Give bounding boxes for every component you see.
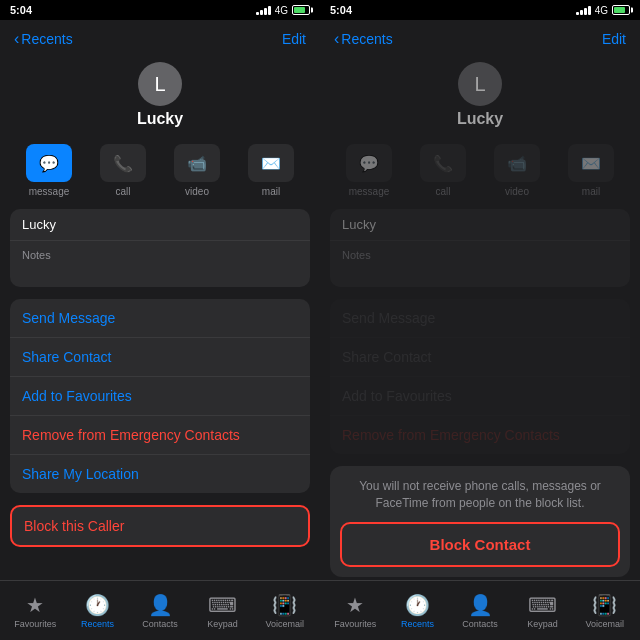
mail-label-right: mail [582,186,600,197]
contacts-label-left: Contacts [142,619,178,629]
battery-right [612,5,630,15]
video-icon-left: 📹 [174,144,220,182]
tab-voicemail-left[interactable]: 📳 Voicemail [254,593,316,629]
action-list-left: Send Message Share Contact Add to Favour… [10,299,310,493]
tab-favourites-right[interactable]: ★ Favourites [324,593,386,629]
call-icon-left: 📞 [100,144,146,182]
avatar-left: L [138,62,182,106]
name-row-left: Lucky [10,209,310,241]
contacts-icon-left: 👤 [148,593,173,617]
notes-label-right: Notes [342,249,618,261]
tab-contacts-right[interactable]: 👤 Contacts [449,593,511,629]
signal-bars-left [256,6,271,15]
tab-voicemail-right[interactable]: 📳 Voicemail [574,593,636,629]
message-icon-right: 💬 [346,144,392,182]
message-label-left: message [29,186,70,197]
contact-header-left: L Lucky [0,58,320,138]
network-right: 4G [595,5,608,16]
tab-bar-right: ★ Favourites 🕐 Recents 👤 Contacts ⌨ Keyp… [320,580,640,640]
time-left: 5:04 [10,4,32,16]
tab-keypad-left[interactable]: ⌨ Keypad [191,593,253,629]
status-bar-left: 5:04 4G [0,0,320,20]
notes-row-right: Notes [330,241,630,287]
recents-icon-right: 🕐 [405,593,430,617]
status-indicators-right: 4G [576,5,630,16]
tab-favourites-left[interactable]: ★ Favourites [4,593,66,629]
message-icon-left: 💬 [26,144,72,182]
signal-bars-right [576,6,591,15]
add-favourites-item-left[interactable]: Add to Favourites [10,377,310,416]
back-label-right: Recents [341,31,392,47]
block-caller-label-left: Block this Caller [24,518,124,534]
tab-keypad-right[interactable]: ⌨ Keypad [511,593,573,629]
name-row-right: Lucky [330,209,630,241]
tab-contacts-left[interactable]: 👤 Contacts [129,593,191,629]
mail-button-left[interactable]: ✉️ mail [240,144,302,197]
edit-button-left[interactable]: Edit [282,31,306,47]
back-label-left: Recents [21,31,72,47]
avatar-right: L [458,62,502,106]
keypad-icon-right: ⌨ [528,593,557,617]
tab-recents-right[interactable]: 🕐 Recents [386,593,448,629]
left-screen: 5:04 4G ‹ Recents Edit L Lucky [0,0,320,640]
contact-header-right: L Lucky [320,58,640,138]
notes-row-left[interactable]: Notes [10,241,310,287]
network-left: 4G [275,5,288,16]
back-chevron-left: ‹ [14,31,19,47]
keypad-label-left: Keypad [207,619,238,629]
share-contact-item-left[interactable]: Share Contact [10,338,310,377]
action-buttons-right: 💬 message 📞 call 📹 video ✉️ mail [320,138,640,203]
back-chevron-right: ‹ [334,31,339,47]
tab-recents-left[interactable]: 🕐 Recents [66,593,128,629]
info-section-left: Lucky Notes [10,209,310,287]
remove-emergency-item-left[interactable]: Remove from Emergency Contacts [10,416,310,455]
call-label-left: call [115,186,130,197]
video-icon-right: 📹 [494,144,540,182]
voicemail-label-right: Voicemail [586,619,625,629]
share-contact-item-right: Share Contact [330,338,630,377]
add-favourites-item-right: Add to Favourites [330,377,630,416]
favourites-icon-right: ★ [346,593,364,617]
recents-label-right: Recents [401,619,434,629]
action-buttons-left: 💬 message 📞 call 📹 video ✉️ mail [0,138,320,203]
contact-name-right: Lucky [457,110,503,128]
message-button-right: 💬 message [338,144,400,197]
nav-bar-right: ‹ Recents Edit [320,20,640,58]
contacts-icon-right: 👤 [468,593,493,617]
action-list-right: Send Message Share Contact Add to Favour… [330,299,630,454]
voicemail-icon-left: 📳 [272,593,297,617]
video-button-right: 📹 video [486,144,548,197]
message-button-left[interactable]: 💬 message [18,144,80,197]
recents-label-left: Recents [81,619,114,629]
mail-icon-right: ✉️ [568,144,614,182]
back-button-left[interactable]: ‹ Recents [14,31,73,47]
voicemail-label-left: Voicemail [266,619,305,629]
call-label-right: call [435,186,450,197]
notes-label-left: Notes [22,249,298,261]
voicemail-icon-right: 📳 [592,593,617,617]
call-button-left[interactable]: 📞 call [92,144,154,197]
right-screen: 5:04 4G ‹ Recents Edit L Lucky [320,0,640,640]
favourites-label-right: Favourites [334,619,376,629]
send-message-item-left[interactable]: Send Message [10,299,310,338]
block-caller-section-left[interactable]: Block this Caller [10,505,310,547]
contact-name-left: Lucky [137,110,183,128]
back-button-right[interactable]: ‹ Recents [334,31,393,47]
message-label-right: message [349,186,390,197]
recents-icon-left: 🕐 [85,593,110,617]
mail-icon-left: ✉️ [248,144,294,182]
video-button-left[interactable]: 📹 video [166,144,228,197]
share-location-item-left[interactable]: Share My Location [10,455,310,493]
favourites-icon-left: ★ [26,593,44,617]
edit-button-right[interactable]: Edit [602,31,626,47]
call-button-right: 📞 call [412,144,474,197]
video-label-left: video [185,186,209,197]
block-contact-button[interactable]: Block Contact [340,522,620,567]
keypad-label-right: Keypad [527,619,558,629]
block-confirm-description: You will not receive phone calls, messag… [330,466,630,522]
info-section-right: Lucky Notes [330,209,630,287]
keypad-icon-left: ⌨ [208,593,237,617]
send-message-item-right: Send Message [330,299,630,338]
mail-label-left: mail [262,186,280,197]
time-right: 5:04 [330,4,352,16]
